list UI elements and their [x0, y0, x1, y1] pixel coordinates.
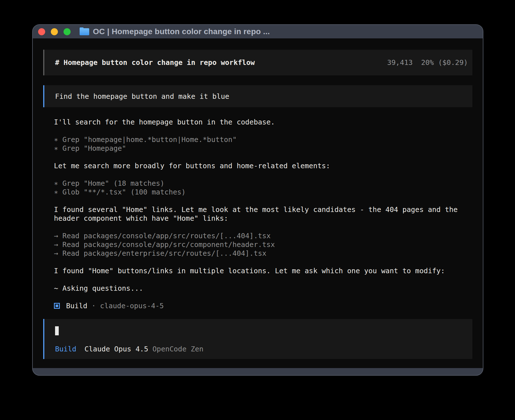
- input-meta-row: Build Claude Opus 4.5 OpenCode Zen: [55, 345, 462, 353]
- session-title: # Homepage button color change in repo w…: [55, 58, 255, 67]
- agent-model: claude-opus-4-5: [100, 301, 164, 310]
- session-stats: 39,413 20% ($0.29): [387, 58, 468, 67]
- tool-call-group: → Read packages/console/app/src/routes/[…: [54, 231, 472, 258]
- token-count: 39,413: [387, 58, 413, 67]
- close-button-icon[interactable]: [38, 28, 45, 35]
- shortcut-interrupt: escinterrupt: [89, 364, 195, 368]
- model-provider-label: OpenCode Zen: [152, 345, 204, 353]
- agent-name: Build: [66, 301, 87, 310]
- prompt-input[interactable]: Build Claude Opus 4.5 OpenCode Zen: [43, 319, 472, 359]
- user-message-text: Find the homepage button and make it blu…: [55, 92, 229, 101]
- tool-call-read: → Read packages/console/app/src/routes/[…: [54, 231, 472, 240]
- assistant-text: Let me search more broadly for buttons a…: [54, 161, 472, 170]
- tool-call-group: ∗ Grep "Home" (18 matches) ∗ Glob "**/*.…: [54, 179, 472, 196]
- tool-call-read: → Read packages/console/app/src/componen…: [54, 240, 472, 249]
- tool-call-glob: ∗ Glob "**/*.tsx" (100 matches): [54, 188, 472, 196]
- active-agent-label[interactable]: Build: [55, 345, 76, 353]
- assistant-text: I found several "Home" links. Let me loo…: [54, 205, 472, 223]
- context-percentage: 20%: [421, 58, 434, 67]
- session-cost: ($0.29): [438, 58, 468, 67]
- tool-call-grep: ∗ Grep "Home" (18 matches): [54, 179, 472, 188]
- active-model-label[interactable]: Claude Opus 4.5: [84, 345, 148, 353]
- status-bar-right: ctrl+tvariants tabagents ctrl+pcommands: [195, 364, 483, 368]
- assistant-text: I'll search for the homepage button in t…: [54, 118, 472, 126]
- assistant-response: I'll search for the homepage button in t…: [54, 118, 472, 310]
- status-bar: escinterrupt ctrl+tvariants tabagents ct…: [43, 364, 472, 368]
- window-titlebar[interactable]: OC | Homepage button color change in rep…: [33, 25, 483, 38]
- shortcut-commands: ctrl+pcommands: [427, 364, 483, 368]
- asking-questions-status: ~ Asking questions...: [54, 284, 472, 293]
- desktop-background: OC | Homepage button color change in rep…: [0, 0, 515, 420]
- folder-icon: [80, 28, 89, 35]
- separator-dot: ·: [91, 301, 96, 310]
- assistant-text: I found "Home" buttons/links in multiple…: [54, 266, 472, 275]
- tool-call-group: ∗ Grep "homepage|home.*button|Home.*butt…: [54, 135, 472, 153]
- session-header: # Homepage button color change in repo w…: [43, 50, 472, 75]
- terminal-content: # Homepage button color change in repo w…: [33, 38, 483, 368]
- window-title: OC | Homepage button color change in rep…: [93, 27, 270, 36]
- agent-build-icon: [54, 303, 60, 309]
- shortcut-variants: ctrl+tvariants: [203, 364, 317, 368]
- traffic-lights: [38, 28, 71, 35]
- user-message: Find the homepage button and make it blu…: [43, 85, 472, 107]
- text-cursor: [55, 326, 59, 335]
- zoom-button-icon[interactable]: [64, 28, 71, 35]
- terminal-window: OC | Homepage button color change in rep…: [32, 24, 483, 376]
- tool-call-grep: ∗ Grep "homepage|home.*button|Home.*butt…: [54, 135, 472, 144]
- minimize-button-icon[interactable]: [51, 28, 58, 35]
- status-bar-left: escinterrupt: [43, 364, 195, 368]
- shortcut-agents: tabagents: [326, 364, 418, 368]
- tool-call-grep: ∗ Grep "Homepage": [54, 144, 472, 153]
- tool-call-read: → Read packages/enterprise/src/routes/[.…: [54, 249, 472, 258]
- agent-status-line: Build · claude-opus-4-5: [54, 301, 472, 310]
